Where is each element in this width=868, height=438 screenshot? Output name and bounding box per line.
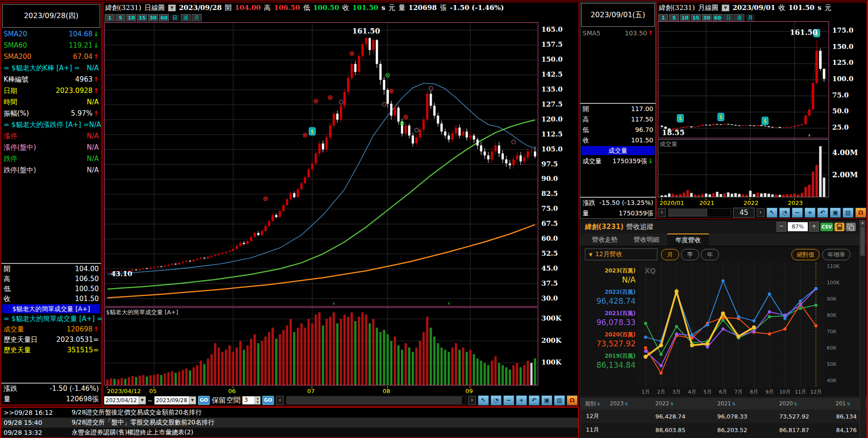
timeframe-button-15[interactable]: 15 (137, 14, 147, 22)
scrollbar-thumb[interactable] (669, 209, 707, 216)
step-down-icon[interactable]: ▼ (255, 400, 260, 404)
period-button-年[interactable]: 年 (701, 249, 719, 260)
undo-icon[interactable]: ↶ (817, 208, 828, 218)
sort-icon[interactable]: ⇅ (597, 402, 600, 406)
scroll-left-button[interactable]: ‹ (276, 396, 284, 405)
timeframe-button-30[interactable]: 30 (702, 14, 712, 22)
lock-icon[interactable] (834, 223, 844, 231)
timeframe-button-15[interactable]: 15 (691, 14, 701, 22)
trading-workstation: 2023/09/28(四) SMA20104.68↓SMA60119.21↓SM… (0, 0, 868, 438)
plus-icon[interactable]: + (516, 395, 527, 405)
sort-icon[interactable]: ⇅ (670, 402, 674, 406)
timeframe-button-10[interactable]: 10 (680, 14, 690, 22)
timeframe-button-5[interactable]: 5 (116, 14, 125, 22)
revenue-month-dropdown[interactable]: ▼12月營收 (585, 248, 657, 260)
revenue-line-chart[interactable]: XQ (638, 263, 825, 388)
timeframe-button-月[interactable]: 月 (192, 14, 202, 22)
minus-icon[interactable]: − (792, 208, 803, 218)
tab-年度營收[interactable]: 年度營收 (667, 234, 709, 246)
daily-price-pane[interactable]: ⊗⊗⊗⊗⊗⊗⊗⊗⊗○○○○○$∧∧161.5043.10 (104, 22, 538, 307)
fullscreen-icon[interactable]: ▣ (541, 395, 552, 405)
undo-icon[interactable]: ↶ (529, 395, 540, 405)
down-arrow-icon: ↓ (93, 29, 99, 40)
info-value-wrap: N/A (87, 165, 99, 176)
column-header-期別[interactable]: 期別⇅ (580, 398, 604, 409)
timeframe-button-30[interactable]: 30 (148, 14, 158, 22)
table-row[interactable]: 11月88,603.8586,203.5286,817.8784,176 (580, 423, 867, 437)
tab-營收明細[interactable]: 營收明細 (626, 234, 667, 246)
tab-營收走勢[interactable]: 營收走勢 (584, 234, 626, 246)
bell-icon[interactable]: Ω (855, 208, 866, 218)
price-tick-label: 67.5 (541, 219, 558, 228)
monthly-price-pane[interactable]: $$$$∧161.5018.55 (658, 21, 829, 138)
fullscreen-icon[interactable]: ▣ (830, 208, 841, 218)
daily-volume-pane[interactable]: $貓老大的簡單成交量 [A+] (104, 307, 538, 385)
tool-icon[interactable]: ▨ (554, 395, 565, 405)
chart-dropdown-icon[interactable]: ▼ (168, 5, 176, 11)
scroll-left-button[interactable]: ‹ (658, 208, 666, 217)
stepper-arrows[interactable]: ▲▼ (255, 396, 260, 404)
column-header-2022[interactable]: 2022⇅ (633, 398, 695, 409)
svg-text:∧: ∧ (332, 301, 335, 306)
mode-button-年增率[interactable]: 年增率 (822, 249, 850, 260)
go-button-2[interactable]: GO (262, 396, 274, 405)
sort-icon[interactable]: ⇅ (625, 402, 628, 406)
news-item[interactable]: 09/28 13:32永豐金證券認購(售)權證終止上市彙總表(2) (1, 428, 578, 438)
scrollbar-thumb[interactable] (860, 227, 865, 256)
minus-icon[interactable]: − (503, 395, 514, 405)
info-value: 106.50 (75, 274, 99, 284)
date-from-select[interactable]: 2023/04/12▼ (104, 396, 146, 404)
timeframe-button-10[interactable]: 10 (126, 14, 136, 22)
bell-icon[interactable]: Ω (567, 395, 578, 405)
timeframe-button-日[interactable]: 日 (723, 14, 733, 22)
nw-arrow-icon[interactable]: ↖ (478, 395, 489, 405)
dropdown-arrow-icon[interactable]: ▼ (139, 396, 146, 404)
chart-scrollbar[interactable] (668, 208, 731, 217)
zoom-out-button[interactable]: − (776, 222, 786, 232)
scroll-right-button[interactable]: › (757, 208, 765, 217)
revenue-scrollbar[interactable]: ▲ (859, 220, 865, 438)
timeframe-button-60[interactable]: 60 (713, 14, 723, 22)
popout-window-icon[interactable] (846, 223, 856, 231)
scrollbar-thumb[interactable] (287, 397, 462, 404)
mode-toggle-group: 絕對值年增率 (791, 249, 850, 260)
zoom-in-button[interactable]: + (809, 222, 819, 232)
chart-scrollbar[interactable] (286, 396, 466, 405)
tool-icon[interactable]: ▨ (843, 208, 854, 218)
clock-icon[interactable]: ◔ (491, 395, 502, 405)
scroll-right-button[interactable]: › (468, 396, 476, 405)
column-header-2023[interactable]: 2023⇅ (604, 398, 633, 409)
column-header-2021[interactable]: 2021⇅ (695, 398, 757, 409)
date-to-select[interactable]: 2023/09/28▼ (154, 396, 196, 404)
news-item[interactable]: 09/28 15:409/28證交所「盤中」零股交易成交股數前20名排行 (1, 418, 578, 428)
sort-icon[interactable]: ⇅ (794, 402, 797, 406)
step-up-icon[interactable]: ▲ (255, 396, 260, 400)
timeframe-button-5[interactable]: 5 (669, 14, 679, 22)
dropdown-arrow-icon[interactable]: ▼ (189, 396, 196, 404)
period-button-月[interactable]: 月 (661, 249, 679, 260)
timeframe-button-1[interactable]: 1 (658, 14, 668, 22)
table-row[interactable]: 12月96,428.7496,078.3373,527.9286,134 (580, 409, 867, 423)
news-item[interactable]: >>09/28 16:129/28證交所盤後定價交易成交金額前20名排行 (1, 408, 578, 418)
nw-arrow-icon[interactable]: ↖ (767, 208, 777, 218)
timeframe-button-週[interactable]: 週 (734, 14, 744, 22)
sort-icon[interactable]: ⇅ (847, 402, 850, 406)
keep-space-stepper[interactable]: 3▲▼ (242, 396, 260, 404)
csv-export-button[interactable]: CSV (820, 223, 833, 231)
go-button[interactable]: GO (198, 396, 210, 405)
timeframe-button-週[interactable]: 週 (181, 14, 191, 22)
title-segment: 量 (398, 4, 405, 12)
monthly-volume-pane[interactable]: 成交量 (658, 139, 829, 197)
column-header-2020[interactable]: 2020⇅ (757, 398, 819, 409)
period-button-季[interactable]: 季 (681, 249, 699, 260)
clock-icon[interactable]: ◔ (779, 208, 790, 218)
timeframe-button-60[interactable]: 60 (159, 14, 169, 22)
timeframe-button-1[interactable]: 1 (105, 14, 115, 22)
mode-button-絕對值[interactable]: 絕對值 (791, 249, 820, 260)
sort-icon[interactable]: ⇅ (732, 402, 736, 406)
scroll-up-icon[interactable]: ▲ (860, 220, 865, 226)
timeframe-button-日[interactable]: 日 (170, 14, 180, 22)
chart-dropdown-icon[interactable]: ▼ (722, 5, 729, 11)
timeframe-button-月[interactable]: 月 (745, 14, 755, 22)
plus-icon[interactable]: + (805, 208, 815, 218)
